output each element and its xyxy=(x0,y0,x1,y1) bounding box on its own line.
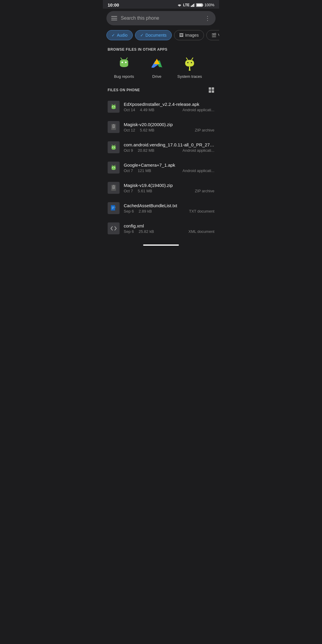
app-item-drive[interactable]: Drive xyxy=(140,55,173,79)
chip-documents-label: Documents xyxy=(145,33,167,38)
svg-rect-6 xyxy=(196,4,202,6)
file-meta: Oct 7 5.61 MB ZIP archive xyxy=(124,189,214,193)
status-icons: LTE 100% xyxy=(177,3,214,7)
hamburger-icon[interactable] xyxy=(111,16,117,20)
file-date: Sep 6 xyxy=(124,209,134,213)
file-meta: Oct 14 4.49 MB Android applicati... xyxy=(124,108,214,112)
table-row[interactable]: ZIP Magisk-v19.4(19400).zip Oct 7 5.61 M… xyxy=(103,178,219,198)
svg-point-30 xyxy=(112,106,113,107)
table-row[interactable]: CachedAssetBundleList.txt Sep 6 2.89 kB … xyxy=(103,198,219,218)
drive-icon xyxy=(150,56,164,71)
file-name: CachedAssetBundleList.txt xyxy=(124,203,214,208)
svg-point-47 xyxy=(114,167,115,168)
more-options-icon[interactable]: ⋮ xyxy=(205,15,211,22)
file-icon-xml xyxy=(108,222,120,234)
chip-audio[interactable]: ✓ Audio xyxy=(106,30,133,40)
file-date: Oct 12 xyxy=(124,128,135,132)
chip-videos-label: Videos xyxy=(218,33,219,38)
system-traces-icon-wrapper xyxy=(181,55,198,72)
svg-point-42 xyxy=(112,147,113,148)
file-name: Google+Camera+7_1.apk xyxy=(124,162,214,168)
file-name: Magisk-v20.0(20000).zip xyxy=(124,122,214,127)
files-section-header: FILES ON PHONE xyxy=(103,83,219,95)
file-icon-zip: ZIP xyxy=(108,121,120,133)
svg-rect-24 xyxy=(189,66,190,69)
file-icon-apk3 xyxy=(108,162,120,174)
browse-section-header: BROWSE FILES IN OTHER APPS xyxy=(103,43,219,55)
check-icon-documents: ✓ xyxy=(140,33,144,38)
chip-videos[interactable]: 🎬 Videos xyxy=(206,30,219,40)
drive-label: Drive xyxy=(152,74,161,79)
battery-percent: 100% xyxy=(205,3,214,7)
lte-indicator: LTE xyxy=(183,3,190,7)
svg-line-48 xyxy=(112,165,113,166)
file-meta: Sep 6 25.82 kB XML document xyxy=(124,229,214,234)
bug-reports-icon-wrapper xyxy=(116,55,132,72)
system-traces-label: System traces xyxy=(177,74,202,79)
file-icon-apk xyxy=(108,101,120,113)
svg-point-25 xyxy=(189,69,191,71)
chip-images[interactable]: 🖼 Images xyxy=(174,30,204,40)
file-meta: Oct 7 121 MB Android applicati... xyxy=(124,168,214,173)
table-row[interactable]: com.android.vending_17.0.11-all_0_PR_273… xyxy=(103,137,219,157)
file-date: Oct 14 xyxy=(124,108,135,112)
bug-reports-icon xyxy=(117,56,131,71)
file-size: 5.62 MB xyxy=(140,128,154,132)
svg-line-20 xyxy=(192,58,193,60)
svg-line-8 xyxy=(126,58,127,59)
chip-audio-label: Audio xyxy=(117,33,128,38)
file-type: XML document xyxy=(188,229,214,234)
file-size: 2.89 kB xyxy=(139,209,152,213)
file-list: EdXposedInstaller_v2.2.4-release.apk Oct… xyxy=(103,95,219,240)
table-row[interactable]: Google+Camera+7_1.apk Oct 7 121 MB Andro… xyxy=(103,157,219,178)
grid-view-icon[interactable] xyxy=(208,87,214,93)
drive-icon-wrapper xyxy=(148,55,165,72)
svg-rect-26 xyxy=(209,87,211,90)
file-type: Android applicati... xyxy=(182,108,214,112)
table-row[interactable]: ZIP Magisk-v20.0(20000).zip Oct 12 5.62 … xyxy=(103,117,219,137)
app-item-bug-reports[interactable]: Bug reports xyxy=(108,55,140,79)
files-header-text: FILES ON PHONE xyxy=(108,88,140,92)
file-date: Oct 7 xyxy=(124,168,133,173)
svg-point-46 xyxy=(112,167,113,168)
svg-rect-27 xyxy=(212,87,214,90)
chip-documents[interactable]: ✓ Documents xyxy=(135,30,172,40)
file-details: Magisk-v19.4(19400).zip Oct 7 5.61 MB ZI… xyxy=(124,183,214,193)
svg-rect-2 xyxy=(193,4,194,7)
svg-line-33 xyxy=(115,104,115,105)
file-details: com.android.vending_17.0.11-all_0_PR_273… xyxy=(124,142,214,153)
svg-rect-3 xyxy=(194,3,195,7)
svg-rect-29 xyxy=(212,90,214,93)
image-icon: 🖼 xyxy=(179,33,183,38)
search-bar[interactable]: Search this phone ⋮ xyxy=(106,11,216,25)
file-icon-apk2 xyxy=(108,141,120,153)
status-bar: 10:00 LTE 100% xyxy=(103,0,219,9)
file-name: Magisk-v19.4(19400).zip xyxy=(124,183,214,188)
svg-line-45 xyxy=(115,145,115,146)
svg-line-44 xyxy=(112,145,113,146)
app-item-system-traces[interactable]: System traces xyxy=(173,55,206,79)
wifi-icon xyxy=(177,3,182,7)
check-icon-audio: ✓ xyxy=(112,33,115,38)
battery-icon xyxy=(196,3,203,7)
film-icon: 🎬 xyxy=(211,33,216,38)
signal-icon xyxy=(191,3,195,7)
svg-line-19 xyxy=(186,58,188,60)
table-row[interactable]: config.xml Sep 6 25.82 kB XML document xyxy=(103,218,219,239)
file-type: Android applicati... xyxy=(182,168,214,173)
bug-reports-label: Bug reports xyxy=(114,74,134,79)
svg-point-22 xyxy=(187,62,188,63)
svg-line-32 xyxy=(112,104,113,105)
svg-rect-1 xyxy=(192,5,193,7)
search-input[interactable]: Search this phone xyxy=(121,16,201,21)
file-meta: Sep 6 2.89 kB TXT document xyxy=(124,209,214,213)
svg-rect-21 xyxy=(185,60,194,66)
file-size: 5.61 MB xyxy=(138,189,152,193)
file-details: Magisk-v20.0(20000).zip Oct 12 5.62 MB Z… xyxy=(124,122,214,132)
svg-rect-5 xyxy=(202,4,203,6)
table-row[interactable]: EdXposedInstaller_v2.2.4-release.apk Oct… xyxy=(103,97,219,117)
file-size: 20.82 MB xyxy=(138,148,154,153)
file-size: 4.49 MB xyxy=(140,108,154,112)
file-name: EdXposedInstaller_v2.2.4-release.apk xyxy=(124,102,214,107)
svg-point-9 xyxy=(122,62,123,63)
